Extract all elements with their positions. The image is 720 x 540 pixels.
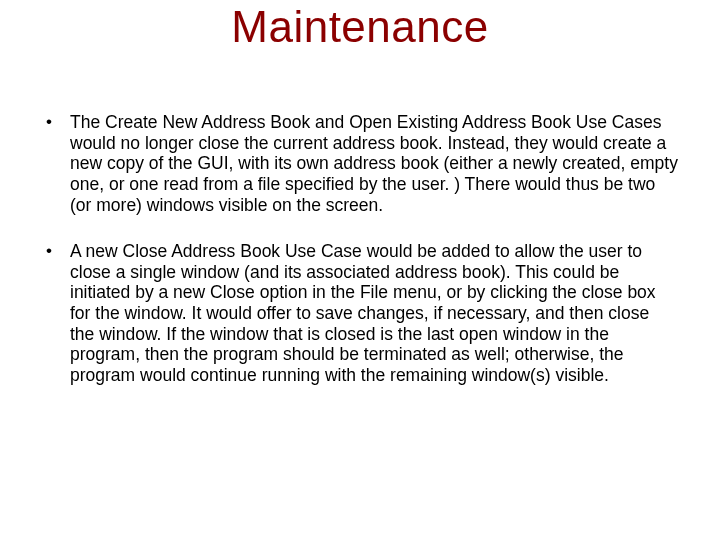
slide: Maintenance The Create New Address Book … — [0, 0, 720, 540]
list-item: A new Close Address Book Use Case would … — [42, 241, 678, 385]
bullet-list: The Create New Address Book and Open Exi… — [42, 112, 678, 386]
slide-body: The Create New Address Book and Open Exi… — [0, 52, 720, 386]
list-item: The Create New Address Book and Open Exi… — [42, 112, 678, 215]
slide-title: Maintenance — [0, 0, 720, 52]
